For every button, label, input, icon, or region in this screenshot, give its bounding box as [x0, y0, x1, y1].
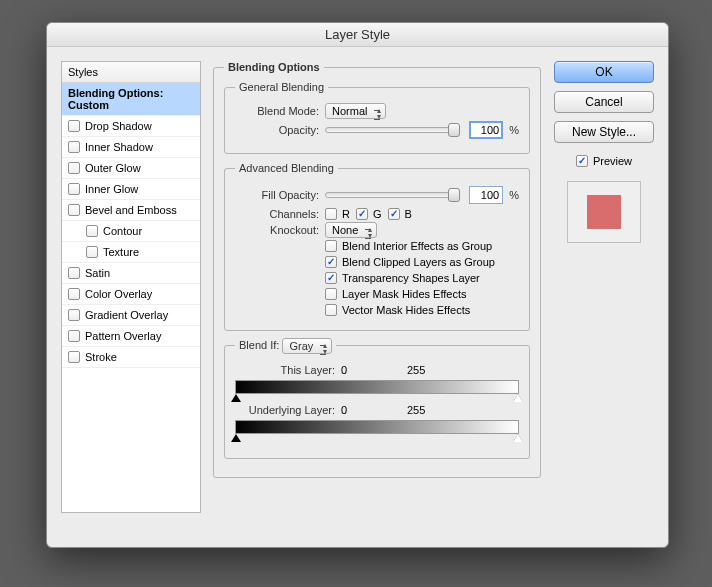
checkbox-icon[interactable]	[68, 267, 80, 279]
checkbox-icon[interactable]	[68, 309, 80, 321]
opacity-unit: %	[509, 124, 519, 136]
styles-item-label: Blending Options: Custom	[68, 87, 194, 111]
dialog-content: Styles Blending Options: Custom Drop Sha…	[47, 47, 668, 547]
highlight-handle-icon[interactable]	[513, 394, 523, 402]
styles-item-label: Inner Glow	[85, 183, 138, 195]
styles-item-inner-shadow[interactable]: Inner Shadow	[62, 137, 200, 158]
opacity-slider[interactable]	[325, 127, 459, 133]
cancel-button[interactable]: Cancel	[554, 91, 654, 113]
channels-label: Channels:	[235, 208, 319, 220]
underlying-high: 255	[407, 404, 425, 416]
checkbox-icon[interactable]	[68, 351, 80, 363]
styles-item-label: Outer Glow	[85, 162, 141, 174]
styles-item-label: Gradient Overlay	[85, 309, 168, 321]
layer-mask-hides-checkbox[interactable]: Layer Mask Hides Effects	[325, 288, 519, 300]
blend-mode-select[interactable]: Normal ▴▾	[325, 105, 386, 117]
styles-item-contour[interactable]: Contour	[62, 221, 200, 242]
options-panel: Blending Options General Blending Blend …	[213, 61, 535, 513]
blend-if-select[interactable]: Gray ▴▾	[282, 340, 332, 352]
checkbox-icon	[325, 240, 337, 252]
styles-item-drop-shadow[interactable]: Drop Shadow	[62, 116, 200, 137]
styles-item-stroke[interactable]: Stroke	[62, 347, 200, 368]
ok-button[interactable]: OK	[554, 61, 654, 83]
checkbox-icon[interactable]	[68, 330, 80, 342]
blend-clipped-checkbox[interactable]: Blend Clipped Layers as Group	[325, 256, 519, 268]
checkbox-icon[interactable]	[86, 225, 98, 237]
advanced-blending-legend: Advanced Blending	[235, 162, 338, 174]
channel-r-label: R	[342, 208, 350, 220]
blending-options-legend: Blending Options	[224, 61, 324, 73]
checkbox-icon[interactable]	[68, 204, 80, 216]
checkbox-checked-icon	[388, 208, 400, 220]
fill-opacity-input[interactable]	[469, 186, 503, 204]
blend-if-legend: Blend If: Gray ▴▾	[235, 339, 336, 352]
fill-opacity-label: Fill Opacity:	[235, 189, 319, 201]
checkbox-icon	[325, 304, 337, 316]
dialog-title: Layer Style	[47, 23, 668, 47]
blend-if-group: Blend If: Gray ▴▾ This Layer: 0 255	[224, 339, 530, 459]
this-layer-low: 0	[341, 364, 401, 376]
slider-thumb[interactable]	[448, 188, 460, 202]
styles-item-bevel-emboss[interactable]: Bevel and Emboss	[62, 200, 200, 221]
this-layer-label: This Layer:	[235, 364, 335, 376]
styles-item-color-overlay[interactable]: Color Overlay	[62, 284, 200, 305]
checkbox-icon[interactable]	[86, 246, 98, 258]
styles-item-gradient-overlay[interactable]: Gradient Overlay	[62, 305, 200, 326]
preview-swatch-box	[567, 181, 641, 243]
checkbox-icon[interactable]	[68, 162, 80, 174]
color-swatch[interactable]	[587, 195, 621, 229]
shadow-handle-icon[interactable]	[231, 394, 241, 402]
option-label: Blend Interior Effects as Group	[342, 240, 492, 252]
styles-item-inner-glow[interactable]: Inner Glow	[62, 179, 200, 200]
blending-options-group: Blending Options General Blending Blend …	[213, 61, 541, 478]
advanced-blending-group: Advanced Blending Fill Opacity: % Channe…	[224, 162, 530, 331]
styles-item-pattern-overlay[interactable]: Pattern Overlay	[62, 326, 200, 347]
general-blending-legend: General Blending	[235, 81, 328, 93]
channel-r-checkbox[interactable]: R	[325, 208, 350, 220]
blend-mode-value: Normal	[325, 103, 386, 119]
checkbox-icon	[325, 208, 337, 220]
preview-label: Preview	[593, 155, 632, 167]
fill-opacity-slider[interactable]	[325, 192, 459, 198]
highlight-handle-icon[interactable]	[513, 434, 523, 442]
channel-g-label: G	[373, 208, 382, 220]
blend-if-value: Gray	[282, 338, 332, 354]
knockout-value: None	[325, 222, 377, 238]
vector-mask-hides-checkbox[interactable]: Vector Mask Hides Effects	[325, 304, 519, 316]
styles-item-label: Color Overlay	[85, 288, 152, 300]
channel-b-checkbox[interactable]: B	[388, 208, 412, 220]
opacity-label: Opacity:	[235, 124, 319, 136]
checkbox-checked-icon	[325, 256, 337, 268]
blend-mode-label: Blend Mode:	[235, 105, 319, 117]
styles-item-label: Drop Shadow	[85, 120, 152, 132]
checkbox-icon[interactable]	[68, 141, 80, 153]
underlying-layer-gradient[interactable]	[235, 420, 519, 434]
layer-style-dialog: Layer Style Styles Blending Options: Cus…	[46, 22, 669, 548]
checkbox-icon[interactable]	[68, 288, 80, 300]
slider-thumb[interactable]	[448, 123, 460, 137]
styles-item-label: Satin	[85, 267, 110, 279]
knockout-label: Knockout:	[235, 224, 319, 236]
checkbox-icon[interactable]	[68, 120, 80, 132]
dialog-buttons: OK Cancel New Style... Preview	[554, 61, 654, 243]
blend-interior-checkbox[interactable]: Blend Interior Effects as Group	[325, 240, 519, 252]
styles-item-satin[interactable]: Satin	[62, 263, 200, 284]
checkbox-icon[interactable]	[68, 183, 80, 195]
styles-item-blending-options[interactable]: Blending Options: Custom	[62, 83, 200, 116]
this-layer-gradient[interactable]	[235, 380, 519, 394]
styles-item-outer-glow[interactable]: Outer Glow	[62, 158, 200, 179]
underlying-layer-label: Underlying Layer:	[235, 404, 335, 416]
shadow-handle-icon[interactable]	[231, 434, 241, 442]
channel-g-checkbox[interactable]: G	[356, 208, 382, 220]
styles-item-label: Stroke	[85, 351, 117, 363]
checkbox-checked-icon	[356, 208, 368, 220]
new-style-button[interactable]: New Style...	[554, 121, 654, 143]
opacity-input[interactable]	[469, 121, 503, 139]
preview-checkbox[interactable]: Preview	[554, 155, 654, 167]
styles-item-label: Pattern Overlay	[85, 330, 161, 342]
transparency-shapes-checkbox[interactable]: Transparency Shapes Layer	[325, 272, 519, 284]
checkbox-icon	[325, 288, 337, 300]
styles-item-texture[interactable]: Texture	[62, 242, 200, 263]
blend-if-label: Blend If:	[239, 339, 279, 351]
knockout-select[interactable]: None ▴▾	[325, 224, 377, 236]
